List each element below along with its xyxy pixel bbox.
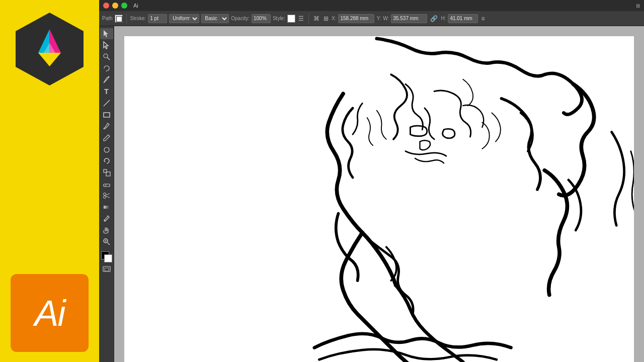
svg-point-19 [103,196,106,199]
uniform-select[interactable]: Uniform [169,14,199,23]
title-bar-icons: ⊞ [636,3,640,9]
artwork-svg [124,36,634,362]
type-tool[interactable]: T [100,86,113,97]
screen-mode-tool[interactable] [100,264,113,275]
toolbar-divider-2 [308,14,309,24]
ai-logo-text: Ai [34,295,64,331]
selection-tool[interactable] [100,28,113,39]
toolbar-divider-1 [126,14,127,24]
svg-rect-28 [103,266,110,272]
transform-icon[interactable]: ⌘ [312,15,320,23]
basic-select[interactable]: Basic [201,14,229,23]
canvas-area [114,26,644,362]
svg-rect-22 [104,206,110,209]
svg-line-21 [106,196,110,198]
lasso-tool[interactable] [100,63,113,74]
maximize-button[interactable] [121,3,127,9]
svg-line-8 [107,57,110,60]
stroke-label: Stroke: [130,16,146,21]
minimize-button[interactable] [112,3,118,9]
close-button[interactable] [103,3,109,9]
line-tool[interactable] [100,98,113,109]
y-label: Y: [376,16,381,21]
svg-point-9 [108,76,109,78]
svg-line-10 [104,100,110,106]
stroke-input[interactable] [148,14,167,23]
svg-point-12 [104,147,109,152]
rectangle-tool[interactable] [100,109,113,120]
svg-marker-13 [104,161,106,162]
link-icon[interactable]: 🔗 [429,15,439,23]
direct-selection-tool[interactable] [100,40,113,51]
fill-stroke-indicator[interactable] [100,250,113,263]
blob-brush-tool[interactable] [100,144,113,155]
tools-panel: T [99,26,114,362]
left-sidebar: Ai [0,0,99,362]
arrange-icon[interactable]: ⊞ [636,3,640,9]
x-input[interactable] [338,14,374,23]
svg-line-17 [105,184,106,187]
h-input[interactable] [448,14,478,23]
svg-line-25 [107,243,110,245]
gradient-tool[interactable] [100,202,113,213]
pen-tool[interactable] [100,74,113,85]
magic-wand-tool[interactable] [100,51,113,62]
scale-tool[interactable] [100,167,113,178]
scissors-tool[interactable] [100,190,113,201]
style-label: Style: [273,16,285,21]
fill-swatch[interactable] [115,15,123,23]
x-label: X: [332,16,336,21]
paintbrush-tool[interactable] [100,121,113,132]
w-input[interactable] [391,14,427,23]
pencil-tool[interactable] [100,132,113,143]
content-area: T [99,26,644,362]
svg-marker-6 [104,42,108,49]
h-label: H: [441,16,446,21]
eraser-tool[interactable] [100,178,113,190]
svg-rect-11 [104,113,110,117]
style-swatch[interactable] [287,15,295,23]
app-title: Ai [133,3,138,9]
fill-stroke-swatches [115,15,123,23]
ai-logo-box: Ai [11,274,89,352]
svg-rect-16 [104,184,110,187]
svg-line-20 [106,194,110,195]
align-icon[interactable]: ⊞ [323,15,330,23]
opacity-input[interactable] [252,14,271,23]
hex-logo [11,10,89,88]
opacity-label: Opacity: [231,16,250,21]
app-area: Ai ⊞ Path Stroke: Uniform Basic Opacity: [99,0,644,362]
style-options-icon[interactable]: ☰ [297,15,305,23]
hand-tool[interactable] [100,225,113,236]
w-label: W: [383,16,389,21]
more-options-icon[interactable]: ≡ [480,15,486,23]
eyedropper-tool[interactable] [100,213,113,224]
path-label: Path [102,16,113,21]
title-bar: Ai ⊞ [99,0,644,11]
svg-marker-5 [104,30,108,37]
canvas-document [124,36,634,362]
toolbar: Path Stroke: Uniform Basic Opacity: Styl… [99,11,644,26]
svg-point-18 [103,193,106,196]
svg-point-23 [104,220,105,222]
svg-point-7 [104,54,108,58]
svg-rect-29 [105,268,109,271]
zoom-tool[interactable] [100,236,113,247]
rotate-tool[interactable] [100,155,113,166]
